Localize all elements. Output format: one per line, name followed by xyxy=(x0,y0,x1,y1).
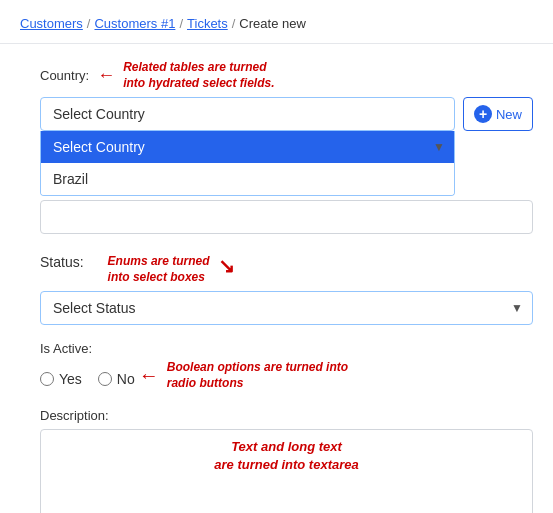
status-arrow-icon: ↘ xyxy=(218,254,235,278)
country-select-row: Select Country Brazil ▼ Select Country B… xyxy=(40,97,533,196)
radio-row: Yes No xyxy=(40,371,135,387)
radio-yes-option[interactable]: Yes xyxy=(40,371,82,387)
main-content: Country: ← Related tables are turnedinto… xyxy=(0,44,553,513)
description-textarea[interactable] xyxy=(41,474,532,513)
country-field-section: Country: ← Related tables are turnedinto… xyxy=(40,60,533,234)
country-dropdown: Select Country Brazil xyxy=(40,131,455,196)
description-label: Description: xyxy=(40,408,533,423)
country-text-input[interactable] xyxy=(40,200,533,234)
country-label: Country: xyxy=(40,68,89,83)
radio-yes-input[interactable] xyxy=(40,372,54,386)
breadcrumb-separator-2: / xyxy=(179,16,183,31)
breadcrumb-customers1-link[interactable]: Customers #1 xyxy=(94,16,175,31)
boolean-annotation: Boolean options are turned intoradio but… xyxy=(167,360,348,391)
breadcrumb-current: Create new xyxy=(239,16,305,31)
description-textarea-wrapper: Text and long textare turned into textar… xyxy=(40,429,533,513)
radio-no-label: No xyxy=(117,371,135,387)
radio-and-annotation-row: Yes No ← Boolean options are turned into… xyxy=(40,360,533,391)
breadcrumb-separator-3: / xyxy=(232,16,236,31)
breadcrumb-tickets-link[interactable]: Tickets xyxy=(187,16,228,31)
status-label-row: Status: Enums are turnedinto select boxe… xyxy=(40,254,533,285)
is-active-label: Is Active: xyxy=(40,341,533,356)
dropdown-item-select-country[interactable]: Select Country xyxy=(41,131,454,163)
country-select[interactable]: Select Country Brazil xyxy=(40,97,455,131)
plus-icon: + xyxy=(474,105,492,123)
status-select[interactable]: Select Status xyxy=(40,291,533,325)
radio-no-option[interactable]: No xyxy=(98,371,135,387)
breadcrumb: Customers / Customers #1 / Tickets / Cre… xyxy=(0,0,553,44)
description-annotation: Text and long textare turned into textar… xyxy=(41,430,532,474)
new-button[interactable]: + New xyxy=(463,97,533,131)
country-select-wrapper: Select Country Brazil ▼ Select Country B… xyxy=(40,97,455,196)
status-annotation: Enums are turnedinto select boxes xyxy=(108,254,210,285)
radio-no-input[interactable] xyxy=(98,372,112,386)
breadcrumb-customers-link[interactable]: Customers xyxy=(20,16,83,31)
boolean-arrow-icon: ← xyxy=(139,364,159,387)
breadcrumb-separator-1: / xyxy=(87,16,91,31)
status-field-section: Status: Enums are turnedinto select boxe… xyxy=(40,254,533,325)
dropdown-item-brazil[interactable]: Brazil xyxy=(41,163,454,195)
status-select-wrapper: Select Status ▼ xyxy=(40,291,533,325)
description-field-section: Description: Text and long textare turne… xyxy=(40,408,533,513)
country-annotation: Related tables are turnedinto hydrated s… xyxy=(123,60,274,91)
country-label-row: Country: ← Related tables are turnedinto… xyxy=(40,60,533,91)
new-button-label: New xyxy=(496,107,522,122)
is-active-field-section: Is Active: Yes No ← Boolean options are … xyxy=(40,341,533,391)
country-arrow-icon: ← xyxy=(97,65,115,86)
radio-yes-label: Yes xyxy=(59,371,82,387)
status-label: Status: xyxy=(40,254,84,270)
